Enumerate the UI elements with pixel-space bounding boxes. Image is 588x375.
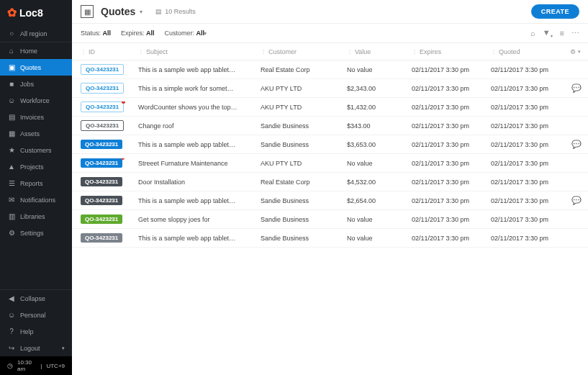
reports-icon: ☰ [7, 179, 16, 187]
cell-value: $1,432.00 [347, 104, 412, 111]
quote-id-badge[interactable]: QO-3423231 [81, 140, 122, 149]
sidebar-item-customers[interactable]: ★Customers [0, 142, 72, 158]
chat-icon[interactable]: 💬 [570, 196, 587, 205]
cell-quoted: 02/11/2017 3:30 pm [491, 235, 570, 242]
sidebar-item-label: Libraries [20, 213, 45, 220]
sidebar-item-quotes[interactable]: ▣Quotes [0, 59, 72, 76]
table-header: ⋮ID ⋮Subject ⋮Customer ⋮Value ⋮Expires ⋮… [72, 43, 588, 60]
table-row[interactable]: QO-3423231This is a sample web app table… [72, 229, 588, 248]
quote-id-badge[interactable]: QO-3423231 [81, 64, 124, 75]
quote-id-badge[interactable]: QO-3423231 [81, 177, 122, 186]
clock-icon: ◷ [7, 362, 13, 369]
cell-expires: 02/11/2017 3:30 pm [412, 235, 491, 242]
table-row[interactable]: QO-3423231This is a simple work for some… [72, 79, 588, 98]
search-icon[interactable]: ⌕ [530, 29, 535, 37]
cell-customer: Real Estate Corp [261, 66, 347, 73]
assets-icon: ▦ [7, 130, 16, 137]
cell-subject: Door Installation [138, 179, 261, 186]
cell-customer: AKU PTY LTD [261, 160, 347, 167]
cell-subject: Change roof [138, 122, 261, 130]
cell-quoted: 02/11/2017 3:30 pm [491, 216, 570, 223]
quotes-icon: ▣ [7, 63, 16, 71]
sidebar-item-help[interactable]: ?Help [0, 323, 72, 340]
cell-expires: 02/11/2017 3:30 pm [412, 122, 491, 130]
cell-customer: Sandie Business [261, 141, 347, 148]
cell-expires: 02/11/2017 3:30 pm [412, 160, 491, 167]
cell-quoted: 02/11/2017 3:30 pm [491, 141, 570, 148]
status-time: 10:30 am [17, 359, 36, 372]
cell-expires: 02/11/2017 3:30 pm [412, 141, 491, 148]
create-button[interactable]: CREATE [531, 4, 579, 19]
invoices-icon: ▤ [7, 113, 16, 121]
sidebar-item-personal[interactable]: ☺Personal [0, 307, 72, 323]
quote-id-badge[interactable]: QO-3423231 [81, 101, 124, 112]
sidebar-item-label: Jobs [20, 81, 34, 88]
cell-expires: 02/11/2017 3:30 pm [412, 179, 491, 186]
table-row[interactable]: QO-3423231This is a sample web app table… [72, 60, 588, 79]
sidebar-item-assets[interactable]: ▦Assets [0, 125, 72, 142]
filter-status[interactable]: Status: All [81, 30, 111, 37]
cell-quoted: 02/11/2017 3:30 pm [491, 122, 570, 130]
quote-id-badge[interactable]: QO-3423231 [81, 196, 122, 205]
table-row[interactable]: QO-3423231This is a sample web app table… [72, 191, 588, 210]
sidebar-item-reports[interactable]: ☰Reports [0, 175, 72, 191]
cell-quoted: 02/11/2017 3:30 pm [491, 85, 570, 92]
sidebar-item-workforce[interactable]: ☺Workforce [0, 92, 72, 109]
libraries-icon: ▥ [7, 212, 16, 220]
cell-customer: Sandie Business [261, 216, 347, 223]
quote-id-badge[interactable]: QO-3423231 [81, 214, 122, 224]
cell-value: $2,654.00 [347, 197, 412, 204]
cell-quoted: 02/11/2017 3:30 pm [491, 179, 570, 186]
chat-icon[interactable]: 💬 [570, 83, 587, 93]
filter-icon[interactable]: ▼▾ [543, 28, 553, 38]
sidebar-item-notifications[interactable]: ✉Notifications [0, 191, 72, 208]
cell-subject: This is a sample web app tablet… [138, 197, 261, 204]
sidebar-item-settings[interactable]: ⚙Settings [0, 225, 72, 241]
quote-id-badge[interactable]: QO-3423231 [81, 120, 124, 131]
table-row[interactable]: QO-3423231Streeet Furnature MaintenanceA… [72, 154, 588, 173]
sidebar-item-jobs[interactable]: ■Jobs [0, 76, 72, 92]
filter-customer[interactable]: Customer: All ▾ [165, 30, 207, 37]
cell-value: No value [347, 66, 412, 73]
cell-expires: 02/11/2017 3:30 pm [412, 66, 491, 73]
cell-subject: This is a simple work for somet… [138, 85, 261, 92]
filter-expires[interactable]: Expires: All [121, 30, 155, 37]
cell-customer: Sandie Business [261, 122, 347, 130]
cell-quoted: 02/11/2017 3:30 pm [491, 160, 570, 167]
cell-value: $2,343.00 [347, 85, 412, 92]
projects-icon: ▲ [7, 163, 16, 171]
table-row[interactable]: QO-3423231Door InstallationReal Estate C… [72, 173, 588, 191]
sidebar-item-label: Projects [20, 163, 44, 171]
table-row[interactable]: QO-3423231Change roofSandie Business$343… [72, 117, 588, 135]
sidebar-item-home[interactable]: ⌂Home [0, 42, 72, 59]
workforce-icon: ☺ [7, 96, 16, 104]
sidebar-item-logout[interactable]: ↪Logout▾ [0, 340, 72, 356]
table-row[interactable]: QO-3423231WordCounter shows you the top…… [72, 98, 588, 117]
table-row[interactable]: QO-3423231This is a sample web app table… [72, 135, 588, 154]
workspace-icon[interactable]: ▦ [81, 5, 94, 18]
logo-icon: ✿ [7, 6, 17, 19]
cell-subject: This is a sample web app tablet… [138, 141, 261, 148]
table-row[interactable]: QO-3423231Get some sloppy joes forSandie… [72, 210, 588, 229]
list-view-icon[interactable]: ≡ [560, 29, 564, 37]
notifications-icon: ✉ [7, 196, 16, 204]
more-icon[interactable]: ⋯ [571, 29, 579, 38]
sidebar-item-libraries[interactable]: ▥Libraries [0, 208, 72, 225]
chat-icon[interactable]: 💬 [570, 140, 587, 149]
sidebar-item-invoices[interactable]: ▤Invoices [0, 109, 72, 125]
settings-icon: ⚙ [7, 229, 16, 237]
quote-id-badge[interactable]: QO-3423231 [81, 233, 122, 243]
quote-id-badge[interactable]: QO-3423231 [81, 83, 124, 94]
title-dropdown-icon[interactable]: ▾ [140, 9, 143, 15]
sidebar-item-projects[interactable]: ▲Projects [0, 158, 72, 175]
cell-subject: This is a sample web app tablet… [138, 66, 261, 73]
sidebar-item-label: Home [20, 48, 37, 55]
cell-quoted: 02/11/2017 3:30 pm [491, 197, 570, 204]
column-settings-icon[interactable]: ⚙▾ [570, 48, 587, 55]
app-logo: ✿ Loc8 [0, 0, 72, 25]
quote-id-badge[interactable]: QO-3423231 [81, 158, 122, 168]
region-selector[interactable]: ○ All region [0, 25, 72, 42]
cell-expires: 02/11/2017 3:30 pm [412, 216, 491, 223]
sidebar-item-collapse[interactable]: ◀Collapse [0, 290, 72, 307]
results-count: ▤ 10 Results [155, 8, 196, 15]
